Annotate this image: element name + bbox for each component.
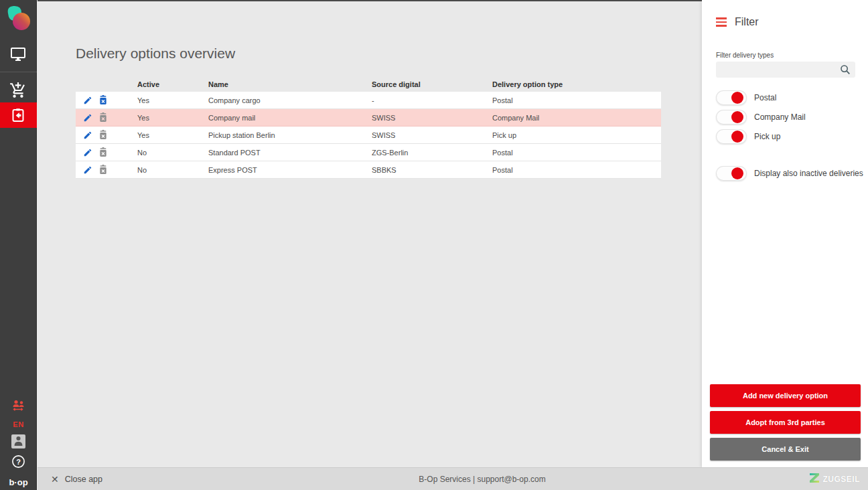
filter-panel-buttons: Add new delivery option Adopt from 3rd p… — [710, 384, 861, 461]
table-header-row: Active Name Source digital Delivery opti… — [76, 77, 661, 92]
footer: ✕ Close app B-Op Services | support@b-op… — [38, 467, 868, 490]
filter-search-input[interactable] — [716, 62, 855, 78]
filter-toggle-row: Postal — [716, 90, 868, 105]
add-delivery-option-button[interactable]: Add new delivery option — [710, 384, 861, 407]
close-icon: ✕ — [51, 475, 59, 484]
delivery-options-table: Active Name Source digital Delivery opti… — [76, 77, 661, 179]
column-header-type: Delivery option type — [492, 80, 661, 88]
edit-icon[interactable] — [83, 165, 92, 175]
zugseil-z-icon — [810, 473, 819, 485]
filter-toggle[interactable] — [716, 129, 747, 144]
row-actions — [76, 147, 137, 158]
edit-icon[interactable] — [83, 95, 92, 106]
app-root: EN ? b·op Delivery options overview — [0, 0, 868, 490]
filter-panel-title: Filter — [735, 16, 759, 28]
cell-delivery-option-type: Company Mail — [492, 114, 661, 122]
toggle-label: Pick up — [754, 132, 780, 141]
toggle-label: Company Mail — [754, 112, 806, 122]
table-row[interactable]: NoExpress POSTSBBKSPostal — [76, 161, 661, 179]
bop-logo: b·op — [9, 477, 27, 487]
page-title: Delivery options overview — [76, 46, 702, 62]
cell-source-digital: SBBKS — [372, 166, 492, 174]
delete-icon[interactable] — [98, 165, 108, 175]
filter-search — [716, 62, 855, 78]
column-header-active: Active — [137, 80, 208, 88]
sidebar-item-shop[interactable] — [0, 78, 37, 102]
avatar-icon — [13, 434, 24, 448]
cell-source-digital: SWISS — [372, 114, 492, 122]
table-row[interactable]: YesCompany cargo-Postal — [76, 92, 661, 109]
search-icon[interactable] — [840, 64, 851, 78]
add-cart-icon — [9, 82, 27, 99]
close-app-label: Close app — [65, 475, 102, 484]
table-row[interactable]: YesPickup station BerlinSWISSPick up — [76, 127, 661, 144]
filter-search-label: Filter delivery types — [716, 52, 868, 59]
filter-panel: Filter Filter delivery types PostalCompa… — [702, 0, 868, 467]
language-selector[interactable]: EN — [13, 420, 23, 428]
filter-toggle-row: Pick up — [716, 129, 868, 144]
cell-active: No — [137, 149, 208, 157]
delete-icon[interactable] — [98, 95, 108, 106]
row-actions — [76, 130, 137, 141]
main-content: Delivery options overview Active Name So… — [38, 0, 702, 467]
filter-header: Filter — [716, 16, 868, 28]
table-row[interactable]: YesCompany mailSWISSCompany Mail — [76, 109, 661, 127]
table-row[interactable]: NoStandard POSTZGS-BerlinPostal — [76, 144, 661, 161]
inactive-deliveries-toggle[interactable] — [716, 166, 747, 181]
adopt-3rd-parties-button[interactable]: Adopt from 3rd parties — [710, 411, 861, 434]
close-app-button[interactable]: ✕ Close app — [51, 475, 102, 484]
sidebar: EN ? b·op — [0, 0, 37, 490]
filter-menu-icon[interactable] — [716, 17, 727, 27]
svg-text:?: ? — [16, 458, 21, 466]
cell-source-digital: SWISS — [372, 131, 492, 139]
row-actions — [76, 165, 137, 175]
filter-toggle[interactable] — [716, 110, 747, 125]
cancel-exit-button[interactable]: Cancel & Exit — [710, 438, 861, 461]
edit-icon[interactable] — [83, 147, 92, 158]
row-actions — [76, 95, 137, 106]
column-header-source: Source digital — [372, 80, 492, 88]
edit-icon[interactable] — [83, 130, 92, 141]
cell-delivery-option-type: Postal — [492, 149, 661, 157]
cell-delivery-option-type: Postal — [492, 166, 661, 174]
delete-icon[interactable] — [98, 112, 108, 123]
zugseil-logo: ZUGSEIL — [810, 473, 860, 485]
delete-icon[interactable] — [98, 130, 108, 141]
cell-name: Standard POST — [208, 149, 372, 157]
monitor-icon — [10, 46, 26, 62]
cell-source-digital: - — [372, 96, 492, 104]
cell-active: Yes — [137, 114, 208, 122]
clipboard-return-icon — [10, 107, 26, 123]
edit-icon[interactable] — [83, 112, 92, 123]
inactive-deliveries-toggle-row: Display also inactive deliveries — [716, 166, 868, 181]
help-icon[interactable]: ? — [11, 455, 25, 471]
cell-delivery-option-type: Pick up — [492, 131, 661, 139]
app-logo[interactable] — [4, 4, 32, 33]
user-transfer-icon[interactable] — [11, 400, 26, 414]
zugseil-brand-text: ZUGSEIL — [822, 475, 860, 484]
filter-toggle-row: Company Mail — [716, 110, 868, 125]
table-body: YesCompany cargo-PostalYesCompany mailSW… — [76, 92, 661, 179]
delete-icon[interactable] — [98, 147, 108, 158]
cell-name: Company mail — [208, 114, 372, 122]
cell-name: Pickup station Berlin — [208, 131, 372, 139]
app-logo-icon — [4, 4, 32, 33]
user-avatar[interactable] — [11, 434, 25, 448]
footer-support-text: B-Op Services | support@b-op.com — [419, 475, 545, 484]
cell-delivery-option-type: Postal — [492, 96, 661, 104]
cell-name: Express POST — [208, 166, 372, 174]
row-actions — [76, 112, 137, 123]
column-header-name: Name — [208, 80, 372, 88]
toggle-label: Postal — [754, 93, 776, 102]
sidebar-item-deliveries[interactable] — [0, 102, 37, 128]
sidebar-item-dashboard[interactable] — [0, 42, 37, 66]
cell-active: Yes — [137, 96, 208, 104]
sidebar-bottom: EN ? b·op — [0, 400, 37, 487]
sidebar-divider — [0, 72, 37, 72]
cell-active: No — [137, 166, 208, 174]
filter-toggle[interactable] — [716, 90, 747, 105]
cell-active: Yes — [137, 131, 208, 139]
cell-name: Company cargo — [208, 96, 372, 104]
delivery-type-toggles: PostalCompany MailPick up — [702, 90, 868, 144]
toggle-label: Display also inactive deliveries — [754, 169, 863, 178]
